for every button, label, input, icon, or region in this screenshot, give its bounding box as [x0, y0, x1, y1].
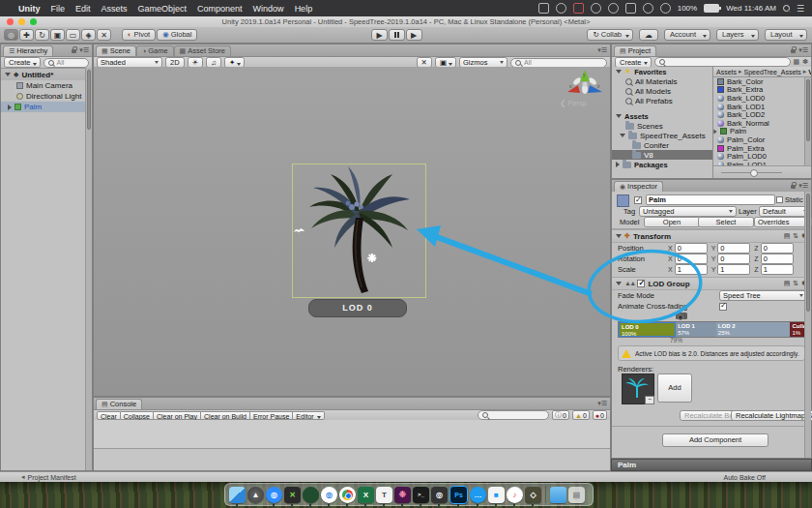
unity-hub-icon[interactable]: ◇ — [525, 487, 541, 503]
rotate-tool-button[interactable]: ↻ — [35, 29, 49, 41]
presets-icon[interactable]: ▤ — [784, 280, 791, 287]
console-search-input[interactable] — [478, 410, 549, 420]
safari-icon[interactable]: ◎ — [321, 487, 337, 503]
lod-group-enabled-checkbox[interactable] — [637, 280, 645, 287]
green-app-icon[interactable] — [303, 487, 319, 503]
panel-menu-icon[interactable]: ▾☰ — [597, 46, 607, 54]
tag-dropdown[interactable]: Untagged — [639, 206, 737, 217]
tree-v8[interactable]: V8 — [612, 150, 712, 160]
more-icon[interactable]: ⇅ — [793, 280, 798, 287]
inspector-scrollbar[interactable] — [804, 192, 811, 458]
dropbox-icon[interactable] — [591, 3, 601, 14]
cloud-button[interactable]: ☁ — [639, 29, 658, 41]
palm-tree-object[interactable] — [292, 164, 424, 296]
custom-tool-button[interactable]: ✕ — [97, 29, 111, 41]
tree-speedtree-assets[interactable]: SpeedTree_Assets — [612, 131, 712, 140]
active-checkbox[interactable] — [634, 196, 642, 204]
menu-window[interactable]: Window — [253, 4, 284, 14]
step-button[interactable]: ▶ — [406, 29, 422, 41]
position-z-field[interactable]: 0 — [761, 243, 794, 254]
breadcrumb-speedtree[interactable]: SpeedTree_Assets — [744, 69, 801, 75]
menu-edit[interactable]: Edit — [75, 4, 91, 14]
tab-project[interactable]: ▤Project — [614, 45, 656, 56]
console-error-toggle[interactable]: ●0 — [593, 410, 607, 420]
airplay-icon[interactable] — [625, 3, 636, 14]
lod1-segment[interactable]: LOD 157% — [676, 322, 716, 337]
rotation-y-field[interactable]: 0 — [717, 254, 750, 264]
asset-palm-color[interactable]: Palm_Color — [713, 135, 805, 144]
lod-group-header[interactable]: ▲▴ LOD Group ▤⇅✺ — [612, 277, 811, 290]
add-renderer-button[interactable]: Add — [657, 374, 692, 403]
asset-palm-lod0[interactable]: Palm_LOD0 — [713, 152, 805, 161]
volume-icon[interactable] — [643, 3, 653, 14]
finder-icon[interactable] — [229, 487, 246, 503]
presets-icon[interactable]: ▤ — [784, 232, 791, 240]
menu-gameobject[interactable]: GameObject — [138, 4, 188, 14]
downloads-folder-icon[interactable] — [550, 487, 566, 503]
tab-asset-store[interactable]: ▩Asset Store — [174, 45, 231, 56]
collab-dropdown[interactable]: ↻Collab — [587, 29, 633, 41]
scene-search-input[interactable]: All — [510, 58, 607, 68]
console-info-toggle[interactable]: ⓘ0 — [552, 410, 569, 420]
gameobject-name-field[interactable]: Palm — [646, 194, 775, 205]
layout-dropdown[interactable]: Layout — [765, 29, 807, 41]
camera-record-icon[interactable] — [573, 3, 584, 14]
sync-icon[interactable] — [556, 3, 566, 14]
rect-tool-button[interactable]: ▭ — [66, 29, 80, 41]
excel-icon[interactable]: X — [358, 487, 374, 503]
favorite-all-models[interactable]: All Models — [612, 86, 712, 96]
lod0-segment[interactable]: LOD 0100% — [619, 322, 676, 337]
fade-mode-dropdown[interactable]: Speed Tree — [719, 290, 807, 301]
project-create-dropdown[interactable]: Create — [615, 57, 652, 68]
light-gizmo-icon[interactable] — [367, 254, 376, 262]
hierarchy-create-dropdown[interactable]: Create — [4, 57, 41, 68]
tree-conifer[interactable]: Conifer — [612, 140, 712, 150]
asset-bark-extra[interactable]: Bark_Extra — [713, 86, 805, 95]
model-select-button[interactable]: Select — [698, 217, 754, 227]
tree-scenes[interactable]: Scenes — [612, 121, 712, 131]
animate-crossfade-checkbox[interactable] — [719, 303, 727, 311]
status-message[interactable]: Project Manifest — [28, 474, 76, 481]
scene-viewport[interactable]: y x z ❮ Persp — [94, 67, 610, 396]
favorite-all-prefabs[interactable]: All Prefabs — [612, 96, 712, 105]
auto-bake-status[interactable]: Auto Bake Off — [724, 474, 766, 481]
wifi-icon[interactable] — [660, 3, 671, 14]
menu-file[interactable]: File — [51, 4, 66, 14]
asset-bark-color[interactable]: Bark_Color — [713, 77, 805, 86]
breadcrumb-assets[interactable]: Assets — [716, 69, 737, 75]
lod-slider-bar[interactable]: LOD 0100% LOD 157% LOD 225% Culled1% — [618, 321, 807, 338]
utility-app-icon[interactable]: ◎ — [431, 487, 448, 503]
play-button[interactable]: ▶ — [371, 29, 388, 41]
menu-assets[interactable]: Assets — [102, 4, 128, 14]
menu-unity[interactable]: Unity — [18, 4, 41, 14]
tab-console[interactable]: ▤Console — [96, 399, 142, 409]
rotation-z-field[interactable]: 0 — [761, 254, 794, 264]
asset-bark-lod2[interactable]: Bark_LOD2 — [713, 110, 805, 119]
lod-camera-icon[interactable] — [676, 313, 687, 319]
control-center-icon[interactable]: ☰ — [797, 5, 804, 13]
tree-assets[interactable]: Assets — [612, 111, 712, 121]
tab-hierarchy[interactable]: ☰Hierarchy — [3, 45, 53, 56]
menu-component[interactable]: Component — [197, 4, 243, 14]
recalculate-lightmap-button[interactable]: Recalculate Lightmap Scale — [731, 410, 812, 421]
console-clear-button[interactable]: Clear — [97, 411, 121, 420]
breadcrumb-v8[interactable]: V8 — [808, 69, 811, 75]
music-icon[interactable]: ♪ — [507, 487, 523, 503]
perspective-label[interactable]: ❮ Persp — [560, 99, 587, 107]
hierarchy-scrollbar[interactable] — [85, 68, 92, 470]
console-warning-toggle[interactable]: ▲0 — [572, 410, 590, 420]
asset-preview-bar[interactable]: Palm — [611, 459, 812, 471]
pivot-toggle[interactable]: ◐Pivot — [122, 29, 156, 41]
launchpad-icon[interactable]: ▲ — [247, 487, 264, 503]
favorite-all-materials[interactable]: All Materials — [612, 76, 712, 86]
account-dropdown[interactable]: Account — [664, 29, 710, 41]
console-clear-on-build-button[interactable]: Clear on Build — [201, 411, 250, 420]
foldout-icon[interactable] — [616, 282, 622, 285]
renderer-thumbnail[interactable]: − — [622, 374, 654, 404]
transform-header[interactable]: ✚ Transform ▤⇅✺ — [612, 229, 811, 243]
transform-tool-button[interactable]: ◈ — [81, 29, 96, 41]
zoom-app-icon[interactable]: ◎ — [266, 487, 282, 503]
keynote-icon[interactable]: ■ — [488, 487, 505, 503]
trash-icon[interactable]: ▤ — [568, 487, 585, 503]
layer-dropdown[interactable]: Default — [759, 206, 811, 217]
